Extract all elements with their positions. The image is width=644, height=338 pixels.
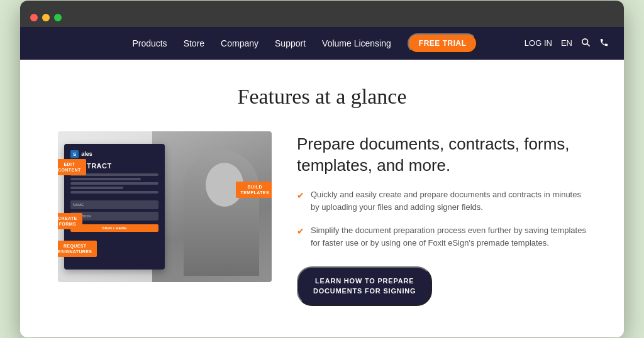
page-title: Features at a glance [58, 85, 586, 109]
doc-line [70, 178, 141, 180]
nav-company[interactable]: Company [221, 38, 258, 48]
field-label-position: POSITION [70, 212, 158, 221]
traffic-light-red[interactable] [30, 14, 38, 21]
svg-line-1 [587, 44, 589, 46]
login-link[interactable]: LOG IN [525, 38, 552, 48]
doc-field-name: NAME [70, 200, 158, 209]
doc-logo-text: ales [81, 151, 92, 157]
doc-logo-icon: S [70, 150, 79, 158]
learn-how-button[interactable]: LEARN HOW TO PREPARE DOCUMENTS FOR SIGNI… [297, 266, 432, 306]
badge-build-templates: BUILDTEMPLATES [236, 182, 272, 198]
free-trial-button[interactable]: FREE TRIAL [408, 33, 478, 53]
checkmark-icon-2: ✔ [297, 225, 304, 249]
doc-line [70, 182, 158, 185]
feature-text-2: Simplify the document preparation proces… [311, 224, 586, 249]
doc-field-position: POSITION [70, 212, 158, 221]
image-section: S ales CONTRACT NAME [58, 131, 272, 282]
text-section: Prepare documents, contracts, forms, tem… [297, 131, 586, 306]
hero-image: S ales CONTRACT NAME [58, 131, 272, 282]
browser-chrome [20, 1, 624, 27]
sign-button: SIGN / HERE [70, 224, 158, 232]
main-content: Features at a glance S [20, 60, 624, 337]
feature-heading: Prepare documents, contracts, forms, tem… [297, 134, 586, 177]
badge-request-esignatures: REQUESTESIGNATURES [58, 241, 97, 257]
nav-support[interactable]: Support [275, 38, 306, 48]
cta-line-2: DOCUMENTS FOR SIGNING [313, 287, 416, 295]
badge-edit-content: EDITCONTENT [58, 159, 86, 175]
feature-item-2: ✔ Simplify the document preparation proc… [297, 224, 586, 249]
nav-right: LOG IN EN [525, 38, 609, 49]
phone-icon[interactable] [599, 38, 609, 49]
checkmark-icon-1: ✔ [297, 189, 304, 213]
doc-line [70, 187, 123, 189]
person-figure [152, 138, 265, 276]
cta-line-1: LEARN HOW TO PREPARE [315, 277, 414, 285]
traffic-light-yellow[interactable] [42, 14, 50, 21]
traffic-light-green[interactable] [54, 14, 62, 21]
doc-line [70, 191, 158, 194]
badge-create-forms: CREATEFORMS [58, 213, 82, 229]
field-label-name: NAME [73, 203, 84, 207]
search-icon[interactable] [581, 38, 591, 49]
feature-text-1: Quickly and easily create and prepare do… [311, 188, 586, 213]
nav-volume-licensing[interactable]: Volume Licensing [322, 38, 391, 48]
content-row: S ales CONTRACT NAME [58, 131, 586, 306]
browser-window: Products Store Company Support Volume Li… [20, 1, 624, 337]
nav-bar: Products Store Company Support Volume Li… [20, 27, 624, 60]
lang-selector[interactable]: EN [561, 38, 572, 48]
feature-list: ✔ Quickly and easily create and prepare … [297, 188, 586, 249]
nav-products[interactable]: Products [132, 38, 167, 48]
doc-logo: S ales [70, 150, 158, 158]
feature-item-1: ✔ Quickly and easily create and prepare … [297, 188, 586, 213]
nav-store[interactable]: Store [184, 38, 204, 48]
nav-links: Products Store Company Support Volume Li… [86, 33, 525, 53]
